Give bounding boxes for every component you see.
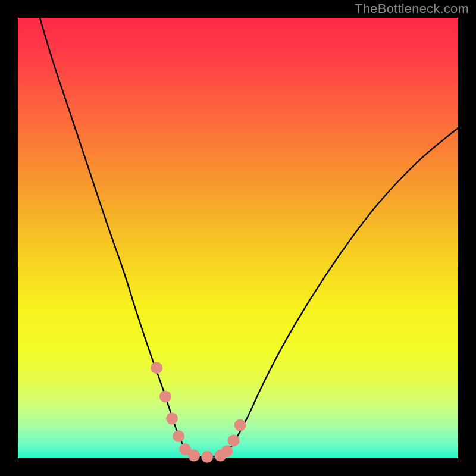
chart-stage: TheBottleneck.com <box>0 0 476 476</box>
marker-point <box>151 362 162 374</box>
marker-point <box>166 412 178 424</box>
marker-point <box>188 450 200 462</box>
marker-point <box>201 451 213 463</box>
marker-point <box>234 419 246 431</box>
marker-point <box>159 390 171 402</box>
marker-point <box>228 434 240 446</box>
marker-point <box>221 445 233 457</box>
plot-background <box>18 18 458 458</box>
bottleneck-chart <box>0 0 476 476</box>
marker-point <box>173 430 184 442</box>
